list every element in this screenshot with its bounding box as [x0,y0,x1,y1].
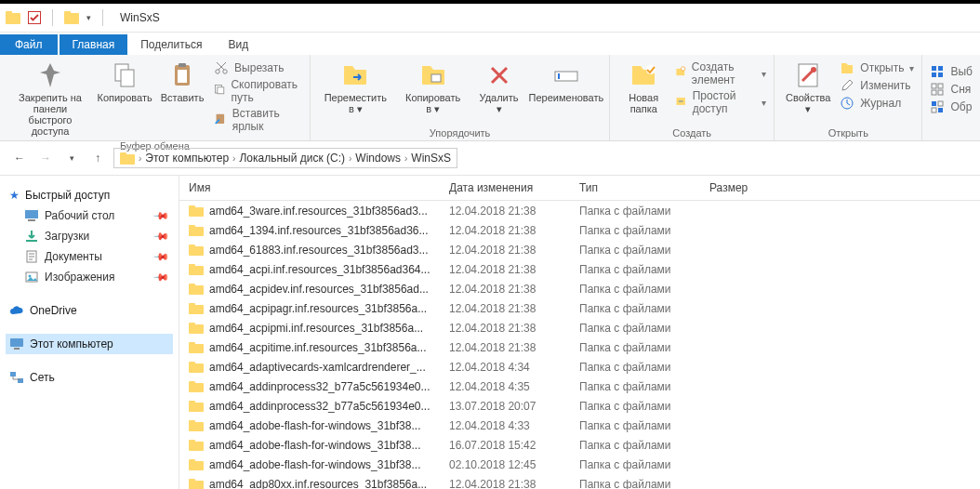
forward-button[interactable]: → [35,148,56,168]
svg-rect-13 [218,87,224,94]
chevron-down-icon: ▾ [909,63,914,73]
svg-rect-33 [932,84,936,88]
edit-label: Изменить [860,79,910,92]
up-button[interactable]: ↑ [87,148,108,168]
table-row[interactable]: amd64_1394.inf.resources_31bf3856ad36...… [179,220,980,240]
easy-access-button[interactable]: Простой доступ ▾ [675,89,766,115]
table-row[interactable]: amd64_acpi.inf.resources_31bf3856ad364..… [179,259,980,279]
tab-share[interactable]: Поделиться [127,34,215,55]
new-folder-button[interactable]: Новая папка [617,59,669,116]
breadcrumb-seg-3[interactable]: WinSxS [411,152,451,165]
table-row[interactable]: amd64_3ware.inf.resources_31bf3856ad3...… [179,201,980,220]
file-type: Папка с файлами [570,322,700,335]
move-to-button[interactable]: Переместить в ▾ [318,59,393,116]
sidebar-item-downloads[interactable]: Загрузки📌 [6,226,173,246]
col-size[interactable]: Размер [700,181,793,194]
copy-to-button[interactable]: Копировать в ▾ [399,59,468,116]
folder-icon [189,458,204,471]
recent-dropdown[interactable]: ▾ [61,148,82,168]
paste-button[interactable]: Вставить [156,59,208,105]
table-row[interactable]: amd64_acpipagr.inf.resources_31bf3856a..… [179,298,980,318]
table-row[interactable]: amd64_adaptivecards-xamlcardrenderer_...… [179,357,980,377]
table-row[interactable]: amd64_adobe-flash-for-windows_31bf38...0… [179,455,980,474]
col-name[interactable]: Имя [179,181,440,194]
table-row[interactable]: amd64_addinprocess32_b77a5c561934e0...13… [179,396,980,416]
back-button[interactable]: ← [9,148,30,168]
file-date: 12.04.2018 21:38 [440,478,570,490]
table-row[interactable]: amd64_addinprocess32_b77a5c561934e0...12… [179,377,980,396]
folder-icon [189,244,204,257]
svg-rect-59 [189,266,204,275]
svg-rect-17 [431,74,441,82]
col-type[interactable]: Тип [570,181,700,194]
file-name: amd64_acpipmi.inf.resources_31bf3856a... [209,322,423,335]
history-button[interactable]: Журнал [840,96,914,111]
file-name: amd64_3ware.inf.resources_31bf3856ad3... [209,205,428,218]
qat-dropdown-icon[interactable]: ▾ [86,13,91,22]
select-none-button[interactable]: Сня [930,82,973,97]
sidebar-onedrive[interactable]: OneDrive [6,300,173,321]
sidebar-this-pc[interactable]: Этот компьютер [6,334,173,354]
file-date: 12.04.2018 21:38 [440,244,570,257]
pin-icon [35,60,65,90]
cut-button[interactable]: Вырезать [214,60,302,75]
tab-file[interactable]: Файл [0,34,58,55]
tab-home[interactable]: Главная [60,34,128,55]
copy-button[interactable]: Копировать [99,59,151,105]
group-organize: Переместить в ▾ Копировать в ▾ Удалить ▾… [311,55,610,140]
table-row[interactable]: amd64_acpidev.inf.resources_31bf3856ad..… [179,279,980,298]
separator [102,9,103,26]
sidebar-item-pictures[interactable]: Изображения📌 [6,267,173,287]
breadcrumb-seg-2[interactable]: Windows› [355,152,407,165]
open-button[interactable]: Открыть ▾ [840,60,914,75]
edit-button[interactable]: Изменить [840,78,914,93]
invert-selection-button[interactable]: Обр [930,99,973,114]
folder-icon [189,205,204,218]
sidebar-item-documents[interactable]: Документы📌 [6,246,173,267]
copy-label: Копировать [97,92,152,103]
table-row[interactable]: amd64_acpitime.inf.resources_31bf3856a..… [179,337,980,357]
title-bar: ▾ WinSxS [0,4,980,33]
qat-checkbox-icon[interactable] [28,11,41,24]
col-date[interactable]: Дата изменения [440,181,570,194]
svg-rect-36 [938,90,943,95]
chevron-right-icon[interactable]: › [139,153,141,164]
table-row[interactable]: amd64_adobe-flash-for-windows_31bf38...1… [179,435,980,455]
pin-to-quick-access-button[interactable]: Закрепить на панели быстрого доступа [7,59,93,139]
file-type: Папка с файлами [570,302,700,315]
new-item-button[interactable]: Создать элемент ▾ [675,60,766,86]
table-row[interactable]: amd64_61883.inf.resources_31bf3856ad3...… [179,240,980,259]
delete-button[interactable]: Удалить ▾ [473,59,525,116]
breadcrumb-seg-1[interactable]: Локальный диск (C:)› [239,152,351,165]
file-date: 12.04.2018 21:38 [440,341,570,354]
file-type: Папка с файлами [570,419,700,432]
sidebar-item-desktop[interactable]: Рабочий стол📌 [6,205,173,226]
breadcrumb[interactable]: › Этот компьютер› Локальный диск (C:)› W… [113,148,457,168]
paste-shortcut-label: Вставить ярлык [232,107,302,133]
network-icon [9,371,24,384]
svg-rect-62 [189,284,195,286]
file-type: Папка с файлами [570,380,700,393]
paste-shortcut-button[interactable]: Вставить ярлык [214,107,302,133]
tab-view[interactable]: Вид [215,34,261,55]
file-date: 02.10.2018 12:45 [440,458,570,471]
copy-path-button[interactable]: Скопировать путь [214,78,302,104]
breadcrumb-seg-0[interactable]: Этот компьютер› [145,152,235,165]
sidebar-network[interactable]: Сеть [6,367,173,388]
properties-button[interactable]: Свойства ▾ [782,59,834,116]
group-organize-label: Упорядочить [318,126,602,139]
open-icon [840,60,854,75]
svg-point-48 [29,275,32,278]
rename-button[interactable]: Переименовать [531,59,603,105]
select-all-button[interactable]: Выб [930,64,973,79]
svg-point-11 [223,70,227,73]
move-to-icon [340,60,370,90]
folder-icon [189,400,204,413]
svg-rect-69 [189,363,204,373]
table-row[interactable]: amd64_acpipmi.inf.resources_31bf3856a...… [179,318,980,337]
svg-rect-81 [189,481,204,490]
svg-rect-30 [938,66,943,71]
table-row[interactable]: amd64_adp80xx.inf.resources_31bf3856a...… [179,474,980,489]
table-row[interactable]: amd64_adobe-flash-for-windows_31bf38...1… [179,416,980,435]
sidebar-quick-access[interactable]: ★ Быстрый доступ [6,185,173,205]
